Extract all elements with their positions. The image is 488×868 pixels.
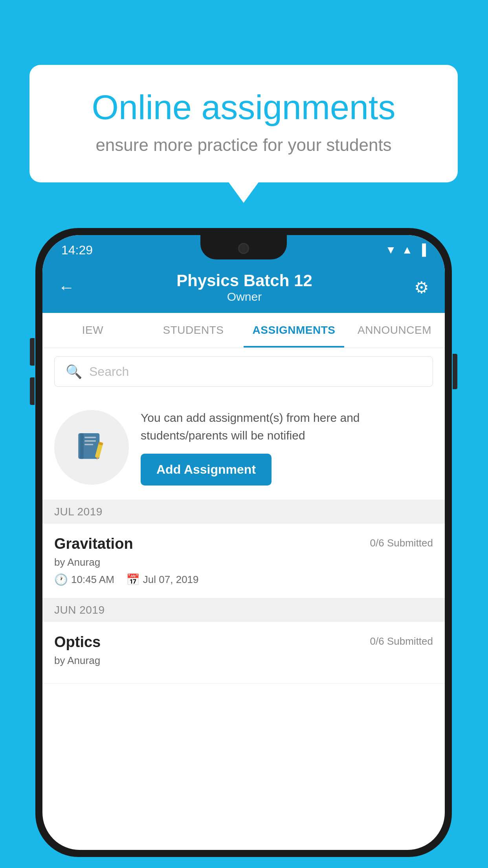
phone-notch (200, 235, 287, 259)
clock-icon: 🕐 (54, 573, 68, 586)
signal-icon: ▲ (402, 244, 413, 256)
promo-text: You can add assignment(s) from here and … (141, 409, 433, 444)
meta-time: 🕐 10:45 AM (54, 573, 114, 586)
phone-mockup: 14:29 ▼ ▲ ▐ ← Physics Batch 12 Owner ⚙ (35, 228, 452, 857)
phone-outer: 14:29 ▼ ▲ ▐ ← Physics Batch 12 Owner ⚙ (35, 228, 452, 857)
phone-screen: 14:29 ▼ ▲ ▐ ← Physics Batch 12 Owner ⚙ (42, 235, 445, 850)
assignment-header: Gravitation 0/6 Submitted (54, 535, 433, 552)
search-icon: 🔍 (66, 364, 82, 379)
assignment-title: Gravitation (54, 535, 133, 552)
svg-rect-4 (84, 444, 94, 445)
tab-iew[interactable]: IEW (42, 313, 143, 348)
bubble-subtitle: ensure more practice for your students (61, 135, 426, 155)
vol-down-button (30, 377, 35, 405)
settings-icon[interactable]: ⚙ (414, 278, 429, 297)
bubble-title: Online assignments (61, 88, 426, 127)
search-bar[interactable]: 🔍 Search (54, 356, 433, 387)
promo-section: You can add assignment(s) from here and … (42, 395, 445, 500)
speech-bubble: Online assignments ensure more practice … (29, 65, 458, 182)
svg-rect-2 (84, 437, 96, 438)
add-assignment-button[interactable]: Add Assignment (141, 454, 272, 485)
header-center: Physics Batch 12 Owner (176, 271, 312, 303)
tab-assignments[interactable]: ASSIGNMENTS (244, 313, 344, 348)
svg-rect-1 (80, 433, 84, 459)
battery-icon: ▐ (418, 244, 426, 256)
wifi-icon: ▼ (385, 244, 396, 256)
phone-camera (238, 243, 249, 254)
back-button[interactable]: ← (58, 278, 75, 297)
status-icons: ▼ ▲ ▐ (385, 244, 426, 256)
assignment-author-optics: by Anurag (54, 655, 433, 667)
assignment-item-optics[interactable]: Optics 0/6 Submitted by Anurag (42, 622, 445, 684)
vol-up-button (30, 338, 35, 366)
search-input[interactable]: Search (89, 364, 129, 379)
power-button (453, 354, 457, 389)
month-divider-jul: JUL 2019 (42, 500, 445, 524)
month-divider-jun: JUN 2019 (42, 598, 445, 622)
tabs-bar: IEW STUDENTS ASSIGNMENTS ANNOUNCEM (42, 313, 445, 348)
promo-icon-circle (54, 410, 129, 485)
header-title: Physics Batch 12 (176, 271, 312, 290)
meta-date: 📅 Jul 07, 2019 (126, 573, 199, 586)
assignment-submitted-optics: 0/6 Submitted (370, 635, 433, 647)
tab-students[interactable]: STUDENTS (143, 313, 244, 348)
assignment-submitted: 0/6 Submitted (370, 537, 433, 549)
search-container: 🔍 Search (42, 348, 445, 395)
notebook-icon (74, 430, 109, 465)
status-time: 14:29 (61, 243, 93, 257)
calendar-icon: 📅 (126, 573, 140, 586)
tab-announcements[interactable]: ANNOUNCEM (344, 313, 445, 348)
app-header: ← Physics Batch 12 Owner ⚙ (42, 262, 445, 313)
assignment-item-gravitation[interactable]: Gravitation 0/6 Submitted by Anurag 🕐 10… (42, 524, 445, 598)
header-subtitle: Owner (176, 290, 312, 303)
assignment-author: by Anurag (54, 556, 433, 568)
assignment-meta: 🕐 10:45 AM 📅 Jul 07, 2019 (54, 573, 433, 586)
assignment-header-optics: Optics 0/6 Submitted (54, 634, 433, 651)
svg-rect-3 (84, 440, 96, 441)
assignment-title-optics: Optics (54, 634, 101, 651)
promo-content: You can add assignment(s) from here and … (141, 409, 433, 485)
